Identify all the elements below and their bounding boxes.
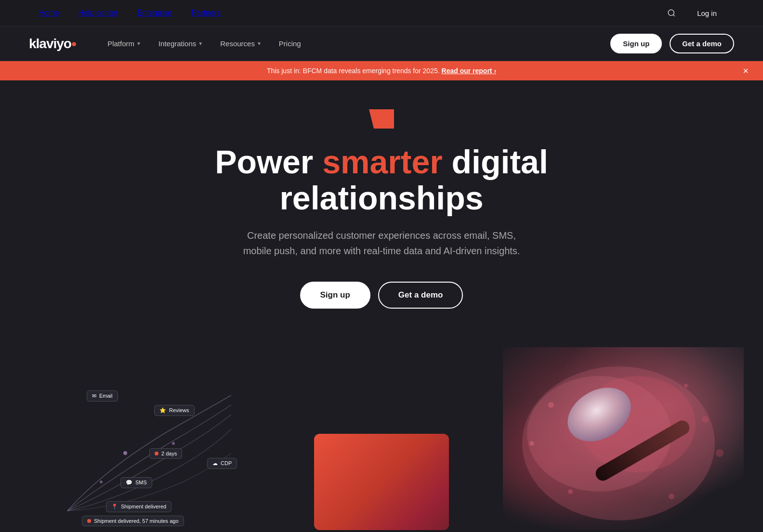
- status-dot: [155, 452, 158, 455]
- delivered-node: Shipment delivered, 57 minutes ago: [82, 516, 184, 526]
- hero-signup-button[interactable]: Sign up: [300, 282, 370, 309]
- reviews-node: ⭐ Reviews: [154, 405, 195, 416]
- banner-link[interactable]: Read our report ›: [442, 67, 497, 75]
- svg-point-9: [684, 384, 688, 388]
- signup-button[interactable]: Sign up: [610, 34, 662, 53]
- hero-logo-mark: [369, 109, 394, 130]
- twodays-node: 2 days: [149, 448, 182, 459]
- hero-product-card: [314, 434, 449, 530]
- card-gradient: [314, 434, 449, 530]
- email-icon: ✉: [92, 393, 96, 399]
- nav-integrations[interactable]: Integrations ▼: [152, 36, 210, 52]
- top-bar: Home Help center Enterprise Partners Log…: [0, 0, 763, 26]
- makeup-brush-svg: [503, 347, 744, 530]
- announcement-banner: This just in: BFCM data reveals emerging…: [0, 61, 763, 80]
- svg-point-4: [172, 442, 175, 445]
- nav-pricing[interactable]: Pricing: [272, 36, 308, 52]
- cosmetic-hero-image: [503, 347, 744, 530]
- hero-subtitle: Create personalized customer experiences…: [232, 228, 531, 259]
- hero-title: Power smarter digital relationships: [165, 144, 598, 216]
- hero-section: Power smarter digital relationships Crea…: [0, 80, 763, 530]
- banner-text: This just in: BFCM data reveals emerging…: [267, 67, 440, 75]
- svg-point-12: [716, 449, 724, 457]
- top-nav-enterprise[interactable]: Enterprise: [137, 9, 172, 17]
- top-bar-links: Home Help center Enterprise Partners: [39, 9, 221, 17]
- search-icon: [667, 9, 676, 17]
- banner-close-button[interactable]: ×: [743, 66, 749, 76]
- nav-resources[interactable]: Resources ▼: [213, 36, 268, 52]
- email-node: ✉ Email: [87, 390, 118, 402]
- nav-links: Platform ▼ Integrations ▼ Resources ▼ Pr…: [101, 36, 610, 52]
- demo-button[interactable]: Get a demo: [670, 34, 734, 53]
- hero-cta-buttons: Sign up Get a demo: [300, 282, 463, 309]
- search-button[interactable]: [663, 5, 680, 21]
- message-icon: 💬: [126, 480, 132, 486]
- cdp-node: ☁ CDP: [207, 458, 237, 469]
- svg-point-2: [123, 451, 127, 455]
- chevron-down-icon: ▼: [136, 41, 141, 46]
- customer-journey-diagram: ✉ Email ⭐ Reviews 2 days ☁ CDP 💬 SMS 📍: [29, 376, 260, 530]
- chevron-down-icon: ▼: [257, 41, 262, 46]
- logo-text: klaviyo: [29, 36, 71, 52]
- svg-point-8: [548, 402, 554, 408]
- svg-point-13: [568, 489, 573, 494]
- status-dot: [87, 519, 91, 523]
- top-bar-right: Log in: [663, 5, 724, 21]
- logo-mark: •: [71, 36, 77, 52]
- logo[interactable]: klaviyo•: [29, 36, 77, 52]
- klaviyo-flag-icon: [369, 109, 394, 129]
- svg-point-14: [669, 493, 674, 499]
- nav-platform[interactable]: Platform ▼: [101, 36, 148, 52]
- login-button[interactable]: Log in: [689, 5, 724, 21]
- location-icon: 📍: [111, 504, 118, 510]
- top-nav-help[interactable]: Help center: [79, 9, 118, 17]
- star-icon: ⭐: [159, 407, 166, 414]
- main-navigation: klaviyo• Platform ▼ Integrations ▼ Resou…: [0, 26, 763, 61]
- svg-point-10: [702, 416, 709, 423]
- svg-point-11: [529, 441, 534, 446]
- chevron-down-icon: ▼: [198, 41, 203, 46]
- shipment-node: 📍 Shipment delivered: [106, 501, 171, 512]
- hero-demo-button[interactable]: Get a demo: [378, 282, 463, 309]
- sms-node: 💬 SMS: [120, 477, 152, 488]
- cloud-icon: ☁: [212, 460, 218, 467]
- svg-point-0: [668, 10, 674, 15]
- nav-right: Sign up Get a demo: [610, 34, 734, 53]
- hero-visual: ✉ Email ⭐ Reviews 2 days ☁ CDP 💬 SMS 📍: [0, 347, 763, 530]
- svg-marker-1: [369, 109, 394, 129]
- top-nav-partners[interactable]: Partners: [191, 9, 220, 17]
- svg-point-3: [100, 480, 103, 483]
- top-nav-home[interactable]: Home: [39, 9, 59, 17]
